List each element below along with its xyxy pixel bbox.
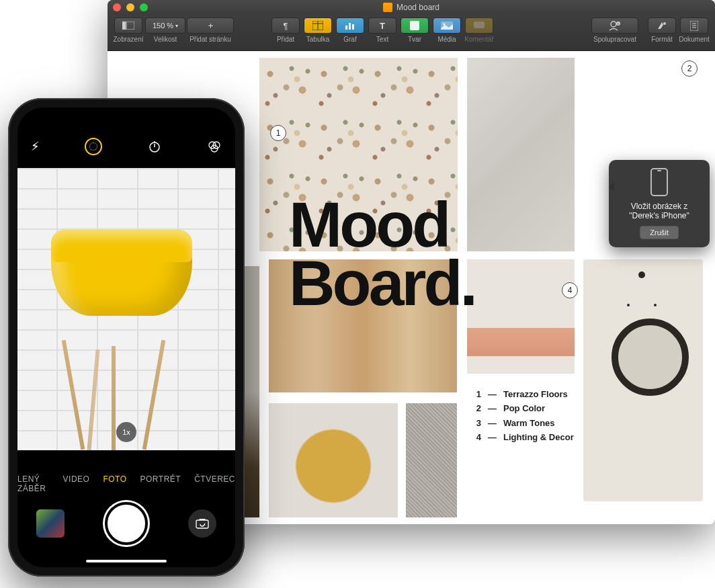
- popover-text: Vložit obrázek z"Derek's iPhone": [616, 202, 703, 220]
- legend-row: 4—Lighting & Decor: [470, 430, 574, 444]
- insert-button[interactable]: ¶Přidat: [270, 17, 301, 43]
- image-chair[interactable]: [269, 403, 398, 517]
- text-button[interactable]: TText: [367, 17, 398, 43]
- svg-point-12: [611, 22, 616, 27]
- legend-row: 2—Pop Color: [470, 401, 574, 415]
- svg-rect-11: [474, 22, 485, 28]
- collaborate-button[interactable]: +Spolupracovat: [591, 17, 638, 43]
- svg-text:+: +: [618, 22, 620, 26]
- callout-1[interactable]: 1: [270, 125, 286, 141]
- document-button[interactable]: Dokument: [679, 17, 710, 43]
- svg-rect-5: [345, 26, 347, 30]
- table-button[interactable]: Tabulka: [302, 17, 333, 43]
- live-photo-icon[interactable]: [85, 138, 102, 155]
- svg-rect-8: [410, 21, 419, 30]
- image-concrete[interactable]: [467, 58, 575, 251]
- timer-icon[interactable]: [147, 139, 162, 154]
- chart-button[interactable]: Graf: [335, 17, 366, 43]
- mode-wide[interactable]: LENÝ ZÁBĚR: [17, 474, 50, 493]
- legend[interactable]: 1—Terrazzo Floors 2—Pop Color 3—Warm Ton…: [470, 387, 574, 445]
- camera-mode-selector[interactable]: LENÝ ZÁBĚR VIDEO FOTO PORTRÉT ČTVEREC: [17, 474, 235, 493]
- flash-icon[interactable]: ⚡︎: [31, 139, 40, 154]
- format-button[interactable]: Formát: [646, 17, 677, 43]
- svg-rect-26: [196, 520, 208, 528]
- mode-photo[interactable]: FOTO: [103, 474, 126, 493]
- iphone-screen: ⚡︎ 1x LENÝ ZÁBĚR VIDEO FOTO PORTRÉT ČTVE…: [17, 108, 235, 567]
- document-heading[interactable]: Mood Board.: [289, 196, 475, 313]
- cancel-button[interactable]: Zrušit: [640, 226, 679, 239]
- image-fur[interactable]: [406, 403, 457, 517]
- close-window-button[interactable]: [113, 3, 121, 11]
- mode-video[interactable]: VIDEO: [63, 474, 90, 493]
- callout-2[interactable]: 2: [681, 60, 698, 77]
- continuity-camera-popover: Vložit obrázek z"Derek's iPhone" Zrušit: [609, 160, 710, 247]
- callout-4[interactable]: 4: [562, 282, 578, 298]
- image-mirror[interactable]: [583, 259, 703, 501]
- toolbar: Zobrazení 150 % ▾ Velikost ＋ Přidat strá…: [108, 15, 715, 51]
- viewfinder-subject: [38, 228, 206, 356]
- minimize-window-button[interactable]: [126, 3, 134, 11]
- legend-row: 1—Terrazzo Floors: [470, 387, 574, 401]
- zoom-select[interactable]: 150 % ▾ Velikost: [145, 17, 185, 43]
- camera-viewfinder[interactable]: 1x: [17, 168, 235, 450]
- media-button[interactable]: Média: [431, 17, 462, 43]
- window-titlebar[interactable]: Mood board: [108, 0, 715, 15]
- svg-point-15: [663, 22, 666, 25]
- switch-camera-button[interactable]: [188, 509, 216, 538]
- phone-icon: [650, 168, 668, 196]
- legend-row: 3—Warm Tones: [470, 416, 574, 430]
- notch: [73, 108, 180, 125]
- add-page-button[interactable]: ＋ Přidat stránku: [187, 17, 234, 43]
- iphone-device: ⚡︎ 1x LENÝ ZÁBĚR VIDEO FOTO PORTRÉT ČTVE…: [8, 98, 245, 577]
- zoom-window-button[interactable]: [140, 3, 148, 11]
- filters-icon[interactable]: [207, 139, 222, 154]
- mode-portrait[interactable]: PORTRÉT: [140, 474, 181, 493]
- svg-rect-0: [122, 22, 126, 30]
- mode-square[interactable]: ČTVEREC: [194, 474, 235, 493]
- last-photo-thumbnail[interactable]: [36, 509, 65, 538]
- zoom-level-button[interactable]: 1x: [116, 422, 136, 442]
- home-indicator[interactable]: [86, 560, 167, 562]
- shape-button[interactable]: Tvar: [399, 17, 430, 43]
- svg-rect-1: [126, 22, 134, 30]
- image-lamp[interactable]: [467, 259, 575, 374]
- view-button[interactable]: Zobrazení: [113, 17, 144, 43]
- camera-bottom-controls: [17, 500, 235, 547]
- traffic-lights: [113, 3, 148, 11]
- svg-rect-7: [352, 24, 354, 30]
- svg-rect-6: [349, 23, 351, 30]
- camera-top-controls: ⚡︎: [17, 133, 235, 160]
- shutter-button[interactable]: [105, 502, 148, 545]
- window-title: Mood board: [383, 3, 439, 12]
- comment-button[interactable]: Komentář: [464, 17, 495, 43]
